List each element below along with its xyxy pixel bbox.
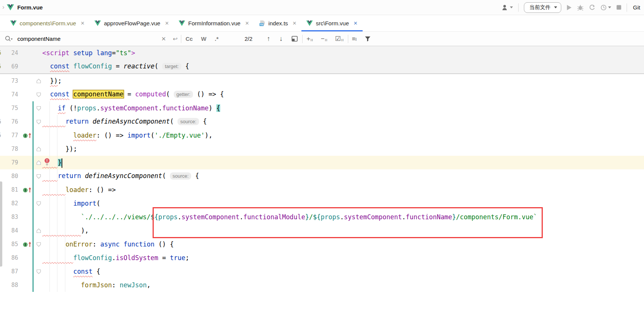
close-icon[interactable]: ✕ bbox=[354, 20, 358, 26]
code-text[interactable]: const flowConfig = reactive( target: { bbox=[42, 59, 644, 74]
code-text[interactable]: return defineAsyncComponent( source: { bbox=[42, 169, 644, 183]
code-line-80[interactable]: 80 return defineAsyncComponent( source: … bbox=[0, 169, 644, 183]
run-icon[interactable] bbox=[567, 5, 572, 11]
fold-up-icon[interactable] bbox=[35, 147, 42, 152]
code-line-86[interactable]: 86 flowConfig.isOldSystem = true; bbox=[0, 251, 644, 265]
code-line-73[interactable]: 73 }); bbox=[0, 74, 644, 88]
code-text[interactable]: } bbox=[42, 156, 644, 169]
add-occurrence-icon[interactable]: +II bbox=[306, 36, 313, 42]
svg-text:!: ! bbox=[46, 159, 48, 163]
token: > bbox=[131, 49, 135, 57]
line-number[interactable]: 80 bbox=[0, 173, 18, 180]
run-config-selector[interactable]: 当前文件 bbox=[524, 2, 561, 13]
line-number[interactable]: 87 bbox=[0, 268, 18, 275]
fold-down-icon[interactable] bbox=[35, 119, 42, 124]
fold-down-icon[interactable] bbox=[35, 174, 42, 179]
close-icon[interactable]: ✕ bbox=[80, 20, 85, 26]
regex-toggle[interactable]: .* bbox=[215, 36, 219, 42]
match-case-toggle[interactable]: Cc bbox=[185, 36, 193, 42]
code-line-74[interactable]: 74 const componentName = computed( gette… bbox=[0, 88, 644, 101]
tab-index.ts[interactable]: TSindex.ts✕ bbox=[254, 15, 302, 31]
stop-icon[interactable] bbox=[616, 5, 621, 10]
code-line-69[interactable]: 569 const flowConfig = reactive( target:… bbox=[0, 60, 644, 73]
tab-src-form.vue[interactable]: src\Form.vue✕ bbox=[301, 15, 362, 31]
previous-match-button[interactable]: ↑ bbox=[267, 35, 270, 43]
fold-down-icon[interactable] bbox=[35, 92, 42, 97]
code-line-78[interactable]: 78 }); bbox=[0, 142, 644, 156]
close-icon[interactable]: ✕ bbox=[245, 20, 249, 26]
next-match-button[interactable]: ↓ bbox=[279, 35, 283, 43]
code-line-77[interactable]: 577 loader: () => import('./Empty.vue'), bbox=[0, 129, 644, 142]
open-in-window-icon[interactable] bbox=[292, 36, 298, 42]
git-menu[interactable]: Git bbox=[633, 4, 640, 11]
code-line-79[interactable]: 79! } bbox=[0, 156, 644, 169]
fold-up-icon[interactable] bbox=[35, 228, 42, 233]
search-bar: componentName ✕ ↩ Cc W .* 2/2 ↑ ↓ +II −I… bbox=[0, 32, 644, 46]
profiler-icon[interactable] bbox=[601, 5, 611, 11]
fold-up-icon[interactable] bbox=[35, 160, 42, 165]
code-text[interactable]: onError: async function () { bbox=[42, 237, 644, 251]
code-line-81[interactable]: 81 loader: () => bbox=[0, 183, 644, 197]
close-icon[interactable]: ✕ bbox=[165, 20, 169, 26]
code-line-75[interactable]: 75 if (!props.systemComponent.functionNa… bbox=[0, 101, 644, 115]
coverage-icon[interactable] bbox=[589, 5, 595, 11]
code-text[interactable]: return defineAsyncComponent( source: { bbox=[42, 115, 644, 129]
code-text[interactable]: <script setup lang="ts"> bbox=[42, 46, 644, 60]
line-number[interactable]: 83 bbox=[0, 214, 18, 220]
vcs-change-stripe bbox=[32, 278, 34, 292]
line-number[interactable]: 86 bbox=[0, 254, 18, 261]
code-text[interactable]: flowConfig.isOldSystem = true; bbox=[42, 251, 644, 265]
line-number[interactable]: 74 bbox=[0, 91, 18, 98]
code-line-87[interactable]: 87 const { bbox=[0, 265, 644, 278]
tab-approveflowpage.vue[interactable]: approveFlowPage.vue✕ bbox=[90, 15, 174, 31]
fold-up-icon[interactable] bbox=[35, 79, 42, 84]
line-number[interactable]: 84 bbox=[0, 227, 18, 234]
line-number[interactable]: 85 bbox=[0, 241, 18, 248]
line-number[interactable]: 75 bbox=[0, 105, 18, 112]
filter-icon[interactable] bbox=[365, 36, 371, 42]
line-number[interactable]: 81 bbox=[0, 186, 18, 193]
code-text[interactable]: loader: () => bbox=[42, 183, 644, 197]
select-occurrences-icon[interactable]: ☑II bbox=[335, 36, 344, 42]
clear-icon[interactable]: ✕ bbox=[161, 36, 166, 42]
close-icon[interactable]: ✕ bbox=[292, 20, 297, 26]
token: `./../../../views/ bbox=[81, 213, 150, 221]
line-number[interactable]: 79 bbox=[0, 159, 18, 166]
code-line-24[interactable]: 624<script setup lang="ts"> bbox=[0, 46, 644, 60]
user-dropdown-icon[interactable] bbox=[502, 5, 513, 11]
vcs-change-stripe bbox=[32, 265, 34, 278]
code-line-88[interactable]: 88 formJson: newJson, bbox=[0, 278, 644, 292]
fold-down-icon[interactable] bbox=[35, 242, 42, 247]
search-input[interactable]: componentName bbox=[17, 36, 158, 42]
code-text[interactable]: }); bbox=[42, 142, 644, 156]
debug-icon[interactable] bbox=[577, 5, 584, 11]
code-text[interactable]: loader: () => import('./Empty.vue'), bbox=[42, 129, 644, 142]
fold-down-icon[interactable] bbox=[35, 201, 42, 206]
remove-occurrence-icon[interactable]: −II bbox=[321, 36, 327, 42]
line-number[interactable]: 82 bbox=[0, 200, 18, 207]
search-dropdown-icon[interactable] bbox=[5, 36, 14, 42]
code-text[interactable]: const { bbox=[42, 265, 644, 278]
code-text[interactable]: }); bbox=[42, 74, 644, 88]
tab-forminformation.vue[interactable]: FormInformation.vue✕ bbox=[174, 15, 254, 31]
whole-words-toggle[interactable]: W bbox=[201, 36, 206, 42]
fold-down-icon[interactable] bbox=[35, 269, 42, 274]
code-line-85[interactable]: 85 onError: async function () { bbox=[0, 237, 644, 251]
divider bbox=[627, 3, 627, 12]
code-text[interactable]: if (!props.systemComponent.functionName)… bbox=[42, 101, 644, 115]
multiline-icon[interactable]: ≡I bbox=[352, 36, 357, 42]
line-number[interactable]: 78 bbox=[0, 146, 18, 152]
tab-label: components\Form.vue bbox=[20, 20, 76, 26]
code-text[interactable]: formJson: newJson, bbox=[42, 278, 644, 292]
newline-icon[interactable]: ↩ bbox=[173, 36, 178, 42]
code-editor[interactable]: 624<script setup lang="ts">569 const flo… bbox=[0, 46, 644, 310]
tab-components-form.vue[interactable]: components\Form.vue✕ bbox=[5, 15, 90, 31]
line-number[interactable]: 88 bbox=[0, 282, 18, 288]
indent-guide bbox=[57, 115, 57, 292]
code-text[interactable]: const componentName = computed( getter: … bbox=[42, 87, 644, 102]
fold-down-icon[interactable] bbox=[35, 106, 42, 111]
code-line-76[interactable]: 676 return defineAsyncComponent( source:… bbox=[0, 115, 644, 129]
divider bbox=[302, 35, 303, 43]
line-number[interactable]: 73 bbox=[0, 78, 18, 84]
vcs-change-stripe bbox=[32, 197, 34, 210]
